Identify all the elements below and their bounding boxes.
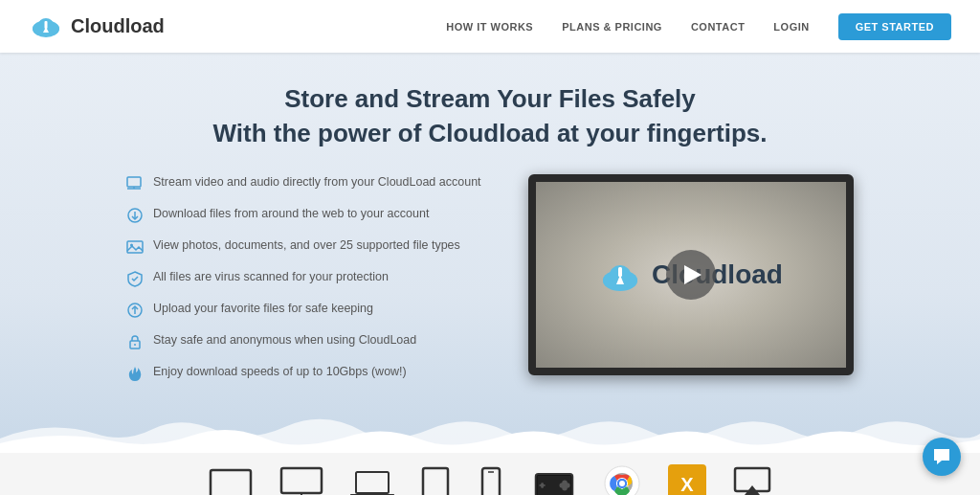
upload-icon <box>126 302 144 319</box>
nav-how-it-works[interactable]: HOW IT WORKS <box>446 21 533 33</box>
video-player[interactable]: Cloudload <box>528 174 854 375</box>
list-item: Stream video and audio directly from you… <box>126 174 490 192</box>
hero-content: Stream video and audio directly from you… <box>0 155 980 395</box>
nav-plans-pricing[interactable]: PLANS & PRICING <box>562 21 662 33</box>
device-tv: TV <box>209 468 253 495</box>
nav-login[interactable]: LOGIN <box>773 21 809 33</box>
plex-icon: X <box>668 464 706 495</box>
fire-icon <box>126 365 144 382</box>
svg-rect-43 <box>539 484 545 486</box>
get-started-button[interactable]: GET STARTED <box>838 13 951 40</box>
svg-point-41 <box>562 485 568 491</box>
device-console: Console <box>532 466 576 495</box>
desktop-icon <box>279 466 323 495</box>
mobile-icon <box>480 466 501 495</box>
cast-icon <box>603 464 641 495</box>
logo-text: Cloudload <box>71 15 165 37</box>
list-item: Download files from around the web to yo… <box>126 206 490 224</box>
airplay-icon <box>733 466 771 495</box>
svg-rect-27 <box>281 468 322 493</box>
device-cast: Cast <box>603 464 641 495</box>
features-list: Stream video and audio directly from you… <box>126 174 490 395</box>
logo-area[interactable]: Cloudload <box>29 10 165 44</box>
svg-rect-22 <box>618 267 622 277</box>
device-plex: X Plex <box>668 464 706 495</box>
device-airplay: AirPlay <box>733 466 771 495</box>
nav-contact[interactable]: CONTACT <box>691 21 745 33</box>
svg-rect-5 <box>45 21 48 29</box>
list-item: Upload your favorite files for safe keep… <box>126 301 490 319</box>
device-laptop: Laptop <box>350 470 394 495</box>
list-item: All files are virus scanned for your pro… <box>126 269 490 287</box>
hero-title-line1: Store and Stream Your Files Safely <box>284 84 696 113</box>
device-tablet: Tablet <box>421 466 450 495</box>
chat-bubble-button[interactable] <box>923 438 961 476</box>
device-mobile: Mobile <box>477 466 504 495</box>
hero-title-line2: With the power of Cloudload at your fing… <box>213 119 768 147</box>
hero-section: Store and Stream Your Files Safely With … <box>0 53 980 453</box>
stream-icon <box>126 175 144 192</box>
device-bar: TV Desktop Laptop Tablet Mobile Console <box>0 453 980 495</box>
tv-icon <box>209 468 253 495</box>
lock-icon <box>126 333 144 350</box>
video-inner: Cloudload <box>536 182 846 368</box>
photo-icon <box>126 238 144 256</box>
svg-point-49 <box>619 481 625 486</box>
svg-rect-23 <box>211 470 251 495</box>
svg-rect-6 <box>127 177 141 187</box>
hero-title: Store and Stream Your Files Safely With … <box>0 81 980 151</box>
play-triangle-icon <box>684 265 702 284</box>
svg-point-40 <box>562 480 568 485</box>
shield-icon <box>126 270 144 287</box>
svg-point-16 <box>134 344 136 346</box>
cloud-wave <box>0 405 980 453</box>
console-icon <box>532 466 576 495</box>
cloudload-logo-icon <box>29 10 63 44</box>
nav-links: HOW IT WORKS PLANS & PRICING CONTACT LOG… <box>446 13 951 40</box>
navbar: Cloudload HOW IT WORKS PLANS & PRICING C… <box>0 0 980 53</box>
download-icon <box>126 207 144 224</box>
svg-rect-30 <box>356 472 389 493</box>
cloud-wave-svg <box>0 405 980 453</box>
svg-rect-31 <box>423 468 448 495</box>
list-item: View photos, documents, and over 25 supp… <box>126 237 490 256</box>
video-cloud-icon <box>599 256 642 294</box>
svg-rect-11 <box>127 241 143 253</box>
tablet-icon <box>421 466 450 495</box>
device-desktop: Desktop <box>279 466 323 495</box>
list-item: Stay safe and anonymous when using Cloud… <box>126 332 490 350</box>
chat-icon <box>932 447 951 466</box>
svg-text:X: X <box>680 474 694 495</box>
play-button[interactable] <box>666 250 716 300</box>
list-item: Enjoy download speeds of up to 10Gbps (w… <box>126 364 490 382</box>
laptop-icon <box>350 470 394 495</box>
